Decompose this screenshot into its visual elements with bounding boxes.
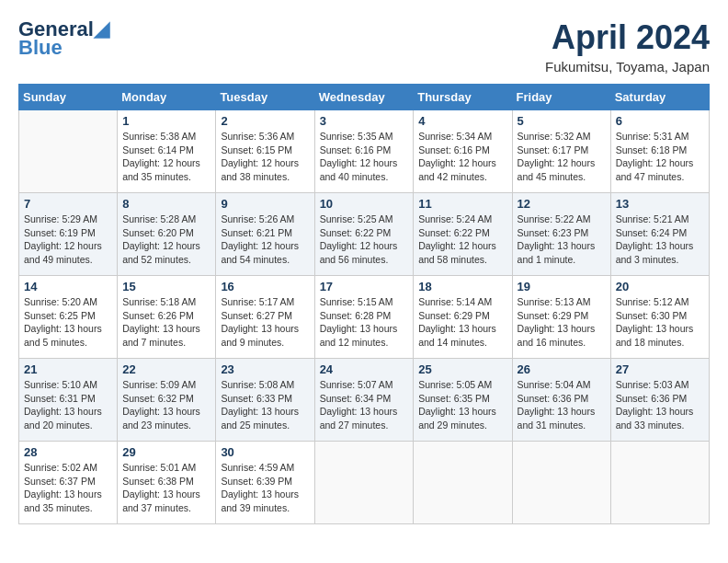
- calendar-cell: 23Sunrise: 5:08 AM Sunset: 6:33 PM Dayli…: [216, 359, 314, 442]
- calendar-cell: 5Sunrise: 5:32 AM Sunset: 6:17 PM Daylig…: [512, 110, 610, 193]
- day-number: 3: [320, 114, 409, 128]
- calendar-cell: 16Sunrise: 5:17 AM Sunset: 6:27 PM Dayli…: [216, 276, 314, 359]
- calendar: SundayMondayTuesdayWednesdayThursdayFrid…: [18, 84, 710, 524]
- day-info: Sunrise: 5:38 AM Sunset: 6:14 PM Dayligh…: [122, 130, 210, 184]
- day-number: 26: [518, 362, 606, 376]
- day-number: 10: [320, 197, 409, 211]
- calendar-cell: 2Sunrise: 5:36 AM Sunset: 6:15 PM Daylig…: [216, 110, 314, 193]
- calendar-cell: [610, 442, 709, 524]
- calendar-cell: 25Sunrise: 5:05 AM Sunset: 6:35 PM Dayli…: [414, 359, 512, 442]
- day-number: 12: [518, 197, 606, 211]
- day-number: 19: [518, 280, 606, 293]
- calendar-cell: 28Sunrise: 5:02 AM Sunset: 6:37 PM Dayli…: [19, 442, 118, 524]
- day-info: Sunrise: 5:02 AM Sunset: 6:37 PM Dayligh…: [24, 461, 112, 515]
- calendar-cell: 20Sunrise: 5:12 AM Sunset: 6:30 PM Dayli…: [610, 276, 709, 359]
- calendar-cell: 30Sunrise: 4:59 AM Sunset: 6:39 PM Dayli…: [216, 442, 314, 524]
- calendar-cell: 9Sunrise: 5:26 AM Sunset: 6:21 PM Daylig…: [216, 193, 314, 276]
- day-number: 1: [122, 114, 210, 128]
- day-number: 27: [616, 362, 704, 376]
- calendar-cell: 24Sunrise: 5:07 AM Sunset: 6:34 PM Dayli…: [314, 359, 414, 442]
- day-info: Sunrise: 5:01 AM Sunset: 6:38 PM Dayligh…: [122, 461, 210, 515]
- day-number: 6: [616, 114, 704, 128]
- day-number: 20: [616, 280, 704, 293]
- subtitle: Fukumitsu, Toyama, Japan: [545, 59, 710, 75]
- day-number: 13: [616, 197, 704, 211]
- calendar-cell: 19Sunrise: 5:13 AM Sunset: 6:29 PM Dayli…: [512, 276, 610, 359]
- day-header-tuesday: Tuesday: [216, 85, 314, 110]
- calendar-cell: 14Sunrise: 5:20 AM Sunset: 6:25 PM Dayli…: [19, 276, 118, 359]
- calendar-cell: 7Sunrise: 5:29 AM Sunset: 6:19 PM Daylig…: [19, 193, 118, 276]
- calendar-cell: 10Sunrise: 5:25 AM Sunset: 6:22 PM Dayli…: [314, 193, 414, 276]
- calendar-cell: [512, 442, 610, 524]
- day-number: 9: [221, 197, 309, 211]
- day-number: 21: [24, 362, 112, 376]
- calendar-cell: 1Sunrise: 5:38 AM Sunset: 6:14 PM Daylig…: [118, 110, 216, 193]
- day-number: 29: [122, 445, 210, 459]
- day-info: Sunrise: 5:18 AM Sunset: 6:26 PM Dayligh…: [122, 295, 210, 350]
- day-header-wednesday: Wednesday: [314, 85, 414, 110]
- day-header-saturday: Saturday: [610, 85, 709, 110]
- day-info: Sunrise: 5:31 AM Sunset: 6:18 PM Dayligh…: [616, 130, 704, 184]
- day-number: 4: [418, 114, 506, 128]
- day-info: Sunrise: 5:09 AM Sunset: 6:32 PM Dayligh…: [122, 378, 210, 432]
- calendar-cell: 6Sunrise: 5:31 AM Sunset: 6:18 PM Daylig…: [610, 110, 709, 193]
- day-info: Sunrise: 5:10 AM Sunset: 6:31 PM Dayligh…: [24, 378, 112, 432]
- day-info: Sunrise: 5:36 AM Sunset: 6:15 PM Dayligh…: [221, 130, 309, 184]
- day-number: 2: [221, 114, 309, 128]
- day-info: Sunrise: 5:17 AM Sunset: 6:27 PM Dayligh…: [221, 295, 309, 350]
- day-info: Sunrise: 5:08 AM Sunset: 6:33 PM Dayligh…: [221, 378, 309, 432]
- day-header-thursday: Thursday: [414, 85, 512, 110]
- day-number: 14: [24, 280, 112, 293]
- calendar-week-row: 7Sunrise: 5:29 AM Sunset: 6:19 PM Daylig…: [19, 193, 710, 276]
- logo: General◢ Blue: [18, 18, 109, 59]
- day-number: 11: [418, 197, 506, 211]
- day-number: 23: [221, 362, 309, 376]
- calendar-cell: 17Sunrise: 5:15 AM Sunset: 6:28 PM Dayli…: [314, 276, 414, 359]
- calendar-cell: [314, 442, 414, 524]
- day-info: Sunrise: 5:25 AM Sunset: 6:22 PM Dayligh…: [320, 213, 409, 267]
- calendar-cell: 26Sunrise: 5:04 AM Sunset: 6:36 PM Dayli…: [512, 359, 610, 442]
- calendar-cell: 3Sunrise: 5:35 AM Sunset: 6:16 PM Daylig…: [314, 110, 414, 193]
- calendar-week-row: 28Sunrise: 5:02 AM Sunset: 6:37 PM Dayli…: [19, 442, 710, 524]
- day-number: 5: [518, 114, 606, 128]
- day-info: Sunrise: 5:13 AM Sunset: 6:29 PM Dayligh…: [518, 295, 606, 350]
- day-number: 25: [418, 362, 506, 376]
- day-info: Sunrise: 5:29 AM Sunset: 6:19 PM Dayligh…: [24, 213, 112, 267]
- day-info: Sunrise: 5:03 AM Sunset: 6:36 PM Dayligh…: [616, 378, 704, 432]
- day-info: Sunrise: 5:15 AM Sunset: 6:28 PM Dayligh…: [320, 295, 409, 350]
- calendar-cell: 18Sunrise: 5:14 AM Sunset: 6:29 PM Dayli…: [414, 276, 512, 359]
- calendar-cell: 27Sunrise: 5:03 AM Sunset: 6:36 PM Dayli…: [610, 359, 709, 442]
- day-number: 22: [122, 362, 210, 376]
- calendar-cell: 21Sunrise: 5:10 AM Sunset: 6:31 PM Dayli…: [19, 359, 118, 442]
- day-info: Sunrise: 4:59 AM Sunset: 6:39 PM Dayligh…: [221, 461, 309, 515]
- day-header-friday: Friday: [512, 85, 610, 110]
- title-area: April 2024 Fukumitsu, Toyama, Japan: [545, 18, 710, 75]
- day-info: Sunrise: 5:35 AM Sunset: 6:16 PM Dayligh…: [320, 130, 409, 184]
- day-number: 17: [320, 280, 409, 293]
- calendar-cell: 12Sunrise: 5:22 AM Sunset: 6:23 PM Dayli…: [512, 193, 610, 276]
- calendar-week-row: 1Sunrise: 5:38 AM Sunset: 6:14 PM Daylig…: [19, 110, 710, 193]
- calendar-cell: 8Sunrise: 5:28 AM Sunset: 6:20 PM Daylig…: [118, 193, 216, 276]
- day-number: 15: [122, 280, 210, 293]
- day-info: Sunrise: 5:22 AM Sunset: 6:23 PM Dayligh…: [518, 213, 606, 267]
- logo-bird-text: ◢: [94, 17, 109, 40]
- month-title: April 2024: [545, 18, 710, 57]
- header: General◢ Blue April 2024 Fukumitsu, Toya…: [18, 18, 710, 75]
- day-number: 7: [24, 197, 112, 211]
- calendar-cell: 22Sunrise: 5:09 AM Sunset: 6:32 PM Dayli…: [118, 359, 216, 442]
- day-info: Sunrise: 5:12 AM Sunset: 6:30 PM Dayligh…: [616, 295, 704, 350]
- day-number: 16: [221, 280, 309, 293]
- calendar-cell: [414, 442, 512, 524]
- day-info: Sunrise: 5:26 AM Sunset: 6:21 PM Dayligh…: [221, 213, 309, 267]
- day-info: Sunrise: 5:04 AM Sunset: 6:36 PM Dayligh…: [518, 378, 606, 432]
- calendar-cell: [19, 110, 118, 193]
- calendar-header-row: SundayMondayTuesdayWednesdayThursdayFrid…: [19, 85, 710, 110]
- day-info: Sunrise: 5:05 AM Sunset: 6:35 PM Dayligh…: [418, 378, 506, 432]
- day-header-sunday: Sunday: [19, 85, 118, 110]
- day-info: Sunrise: 5:32 AM Sunset: 6:17 PM Dayligh…: [518, 130, 606, 184]
- calendar-cell: 13Sunrise: 5:21 AM Sunset: 6:24 PM Dayli…: [610, 193, 709, 276]
- day-number: 24: [320, 362, 409, 376]
- calendar-cell: 29Sunrise: 5:01 AM Sunset: 6:38 PM Dayli…: [118, 442, 216, 524]
- day-info: Sunrise: 5:20 AM Sunset: 6:25 PM Dayligh…: [24, 295, 112, 350]
- day-number: 30: [221, 445, 309, 459]
